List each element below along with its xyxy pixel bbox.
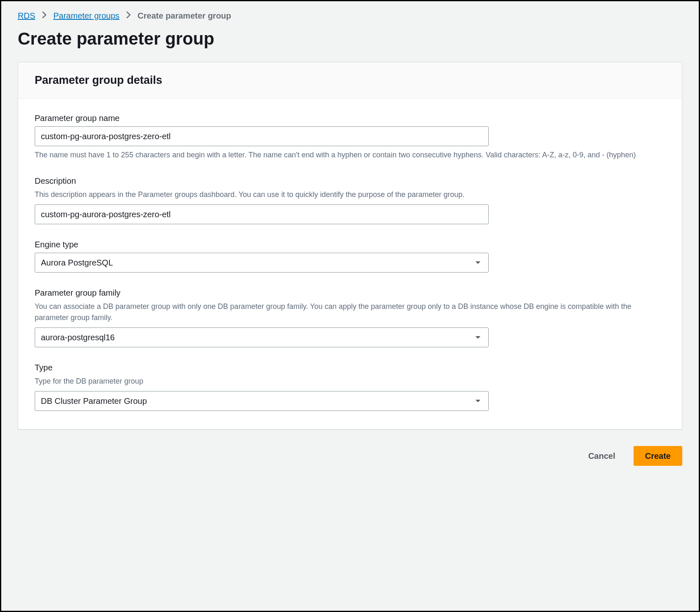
panel-title: Parameter group details: [35, 74, 665, 87]
form-actions: Cancel Create: [18, 446, 682, 466]
name-label: Parameter group name: [35, 114, 665, 123]
field-type: Type Type for the DB parameter group DB …: [35, 363, 665, 411]
breadcrumb: RDS Parameter groups Create parameter gr…: [18, 11, 682, 21]
description-label: Description: [35, 176, 665, 186]
breadcrumb-current: Create parameter group: [137, 11, 231, 21]
family-hint: You can associate a DB parameter group w…: [35, 301, 665, 323]
description-hint: This description appears in the Paramete…: [35, 189, 665, 200]
description-input[interactable]: [35, 204, 489, 224]
chevron-right-icon: [126, 11, 131, 21]
type-select[interactable]: DB Cluster Parameter Group: [35, 391, 489, 411]
panel-header: Parameter group details: [18, 62, 682, 99]
parameter-group-details-panel: Parameter group details Parameter group …: [18, 62, 682, 429]
breadcrumb-rds[interactable]: RDS: [18, 11, 35, 21]
type-label: Type: [35, 363, 665, 372]
field-parameter-group-family: Parameter group family You can associate…: [35, 288, 665, 347]
family-label: Parameter group family: [35, 288, 665, 298]
name-hint: The name must have 1 to 255 characters a…: [35, 149, 665, 161]
field-engine-type: Engine type Aurora PostgreSQL: [35, 240, 665, 273]
breadcrumb-parameter-groups[interactable]: Parameter groups: [53, 11, 119, 21]
panel-body: Parameter group name The name must have …: [18, 99, 682, 429]
engine-type-label: Engine type: [35, 240, 665, 249]
create-button[interactable]: Create: [634, 446, 682, 466]
name-input[interactable]: [35, 126, 489, 146]
chevron-right-icon: [42, 11, 47, 21]
page-title: Create parameter group: [18, 29, 682, 49]
engine-type-select[interactable]: Aurora PostgreSQL: [35, 253, 489, 273]
field-description: Description This description appears in …: [35, 176, 665, 224]
type-hint: Type for the DB parameter group: [35, 376, 665, 387]
family-select[interactable]: aurora-postgresql16: [35, 327, 489, 347]
field-parameter-group-name: Parameter group name The name must have …: [35, 114, 665, 161]
cancel-button[interactable]: Cancel: [577, 446, 627, 466]
